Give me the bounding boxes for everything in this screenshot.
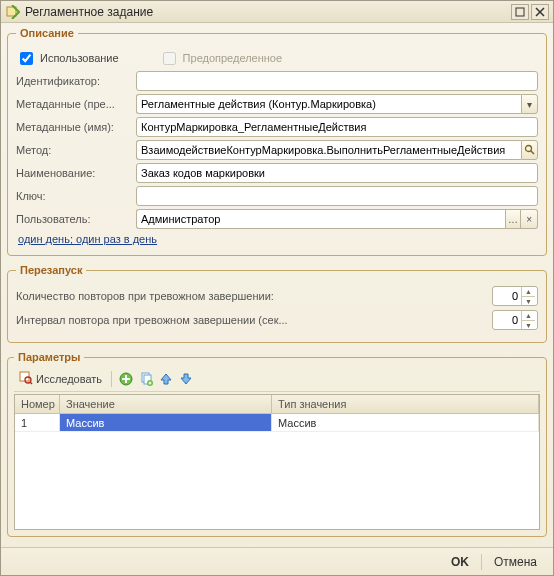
- inspect-icon: [19, 371, 33, 387]
- method-lookup-button[interactable]: [521, 140, 538, 160]
- restart-group: Перезапуск Количество повторов при трево…: [7, 264, 547, 343]
- schedule-link[interactable]: один день; один раз в день: [18, 233, 538, 245]
- parameters-legend: Параметры: [14, 351, 84, 363]
- usage-checkbox[interactable]: [20, 52, 33, 65]
- metadata-name-label: Метаданные (имя):: [16, 121, 136, 133]
- interval-label: Интервал повтора при тревожном завершени…: [16, 314, 492, 326]
- cancel-button[interactable]: Отмена: [488, 553, 543, 571]
- grid-header: Номер Значение Тип значения: [15, 395, 539, 414]
- window-close-button[interactable]: [531, 4, 549, 20]
- add-button[interactable]: [118, 371, 134, 387]
- parameters-grid[interactable]: Номер Значение Тип значения 1 Массив Мас…: [14, 394, 540, 530]
- user-label: Пользователь:: [16, 213, 136, 225]
- parameters-toolbar: Исследовать: [14, 367, 540, 392]
- col-num-header[interactable]: Номер: [15, 395, 60, 413]
- retries-input[interactable]: [493, 287, 521, 305]
- method-input[interactable]: [136, 140, 521, 160]
- predefined-checkbox: [163, 52, 176, 65]
- identifier-input[interactable]: [136, 71, 538, 91]
- user-select-button[interactable]: …: [505, 209, 522, 229]
- svg-point-2: [525, 145, 531, 151]
- copy-button[interactable]: [138, 371, 154, 387]
- grid-body: 1 Массив Массив: [15, 414, 539, 529]
- user-input[interactable]: [136, 209, 505, 229]
- ellipsis-icon: …: [508, 214, 518, 225]
- footer-separator: [481, 554, 482, 570]
- move-down-button[interactable]: [178, 371, 194, 387]
- retries-up-button[interactable]: ▲: [521, 287, 535, 296]
- svg-rect-1: [516, 8, 524, 16]
- svg-line-3: [531, 151, 534, 154]
- window-title: Регламентное задание: [25, 5, 511, 19]
- clear-x-icon: ×: [526, 214, 532, 225]
- identifier-label: Идентификатор:: [16, 75, 136, 87]
- description-group: Описание Использование Предопределенное …: [7, 27, 547, 256]
- restart-legend: Перезапуск: [16, 264, 86, 276]
- retries-down-button[interactable]: ▼: [521, 296, 535, 305]
- retries-spinner[interactable]: ▲ ▼: [492, 286, 538, 306]
- metadata-pre-dropdown-button[interactable]: ▾: [521, 94, 538, 114]
- interval-down-button[interactable]: ▼: [521, 320, 535, 329]
- toolbar-separator: [111, 371, 112, 387]
- user-clear-button[interactable]: ×: [521, 209, 538, 229]
- method-label: Метод:: [16, 144, 136, 156]
- interval-input[interactable]: [493, 311, 521, 329]
- usage-checkbox-label[interactable]: Использование: [16, 49, 119, 68]
- inspect-button[interactable]: Исследовать: [16, 370, 105, 388]
- magnifier-icon: [524, 144, 535, 157]
- footer: OK Отмена: [1, 547, 553, 575]
- titlebar: Регламентное задание: [1, 1, 553, 23]
- cell-value[interactable]: Массив: [60, 414, 272, 431]
- col-type-header[interactable]: Тип значения: [272, 395, 539, 413]
- svg-line-6: [30, 382, 32, 384]
- cell-type: Массив: [272, 414, 539, 431]
- interval-up-button[interactable]: ▲: [521, 311, 535, 320]
- interval-spinner[interactable]: ▲ ▼: [492, 310, 538, 330]
- move-up-button[interactable]: [158, 371, 174, 387]
- predefined-text: Предопределенное: [183, 52, 282, 64]
- description-legend: Описание: [16, 27, 78, 39]
- metadata-name-input[interactable]: [136, 117, 538, 137]
- cell-num: 1: [15, 414, 60, 431]
- metadata-pre-label: Метаданные (пре...: [16, 98, 136, 110]
- window-maximize-button[interactable]: [511, 4, 529, 20]
- col-value-header[interactable]: Значение: [60, 395, 272, 413]
- metadata-pre-input[interactable]: [136, 94, 521, 114]
- ok-button[interactable]: OK: [445, 553, 475, 571]
- key-input[interactable]: [136, 186, 538, 206]
- key-label: Ключ:: [16, 190, 136, 202]
- name-label: Наименование:: [16, 167, 136, 179]
- retries-label: Количество повторов при тревожном заверш…: [16, 290, 492, 302]
- predefined-checkbox-label[interactable]: Предопределенное: [159, 49, 282, 68]
- chevron-down-icon: ▾: [527, 99, 532, 110]
- name-input[interactable]: [136, 163, 538, 183]
- usage-text: Использование: [40, 52, 119, 64]
- parameters-group: Параметры Исследовать: [7, 351, 547, 537]
- inspect-label: Исследовать: [36, 373, 102, 385]
- scheduler-icon: [5, 4, 21, 20]
- table-row[interactable]: 1 Массив Массив: [15, 414, 539, 432]
